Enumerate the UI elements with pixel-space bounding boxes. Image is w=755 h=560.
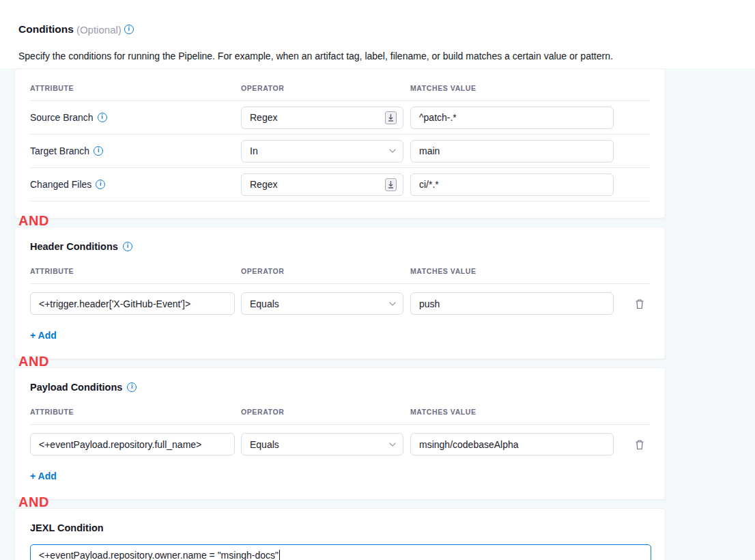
trash-icon bbox=[635, 298, 644, 309]
changed-files-label: Changed Files bbox=[30, 179, 91, 190]
operator-value: Equals bbox=[250, 298, 279, 309]
info-icon[interactable] bbox=[127, 382, 137, 392]
chevron-down-icon bbox=[388, 442, 397, 447]
chevron-down-icon bbox=[388, 148, 397, 154]
source-branch-value-input[interactable] bbox=[410, 107, 614, 129]
jexl-condition-title: JEXL Condition bbox=[30, 522, 650, 533]
fixed-input-type-icon[interactable] bbox=[385, 178, 397, 191]
page-description: Specify the conditions for running the P… bbox=[18, 51, 735, 61]
header-condition-row: Equals bbox=[30, 284, 650, 323]
payload-conditions-title-row: Payload Conditions bbox=[30, 382, 650, 393]
conditions-header-section: Conditions (Optional) Specify the condit… bbox=[0, 0, 755, 68]
column-headers: ATTRIBUTE OPERATOR MATCHES VALUE bbox=[30, 263, 650, 279]
page-title-optional: (Optional) bbox=[76, 24, 122, 36]
info-icon[interactable] bbox=[94, 146, 103, 156]
jexl-condition-card: JEXL Condition <+eventPayload.repository… bbox=[14, 508, 666, 560]
delete-row-button[interactable] bbox=[632, 296, 647, 311]
page-title-row: Conditions (Optional) bbox=[18, 23, 735, 36]
target-branch-label: Target Branch bbox=[30, 145, 89, 156]
header-conditions-card: Header Conditions ATTRIBUTE OPERATOR MAT… bbox=[14, 227, 666, 359]
operator-value: Equals bbox=[250, 439, 279, 450]
attribute-column-header: ATTRIBUTE bbox=[30, 84, 241, 92]
payload-value-input[interactable] bbox=[410, 433, 614, 456]
add-header-condition-link[interactable]: + Add bbox=[30, 330, 57, 341]
jexl-value-prefix: <+eventPayload.repository.owner.name = " bbox=[39, 550, 221, 560]
matches-value-column-header: MATCHES VALUE bbox=[410, 84, 614, 92]
condition-row-changed-files: Changed Files Regex bbox=[30, 168, 650, 201]
attribute-column-header: ATTRIBUTE bbox=[30, 408, 241, 416]
delete-row-button[interactable] bbox=[632, 437, 647, 452]
attribute-label-cell: Target Branch bbox=[30, 145, 241, 156]
payload-conditions-card: Payload Conditions ATTRIBUTE OPERATOR MA… bbox=[14, 367, 666, 500]
changed-files-value-input[interactable] bbox=[410, 173, 614, 196]
matches-value-column-header: MATCHES VALUE bbox=[410, 408, 614, 416]
matches-value-column-header: MATCHES VALUE bbox=[410, 267, 614, 275]
info-icon[interactable] bbox=[123, 242, 132, 251]
attribute-label-cell: Changed Files bbox=[30, 179, 241, 190]
operator-value: In bbox=[250, 145, 258, 156]
and-label: AND bbox=[18, 213, 49, 229]
jexl-condition-input[interactable]: <+eventPayload.repository.owner.name = "… bbox=[30, 544, 651, 560]
operator-value: Regex bbox=[250, 179, 277, 190]
add-payload-condition-link[interactable]: + Add bbox=[30, 471, 57, 481]
operator-column-header: OPERATOR bbox=[241, 267, 410, 275]
trash-icon bbox=[635, 439, 644, 450]
and-separator: AND bbox=[14, 500, 666, 508]
operator-column-header: OPERATOR bbox=[241, 408, 410, 416]
jexl-value-suffix: " bbox=[275, 550, 279, 560]
header-conditions-title-row: Header Conditions bbox=[30, 241, 650, 252]
payload-attribute-input[interactable] bbox=[30, 433, 235, 456]
attribute-column-header: ATTRIBUTE bbox=[30, 267, 241, 275]
and-label: AND bbox=[18, 354, 49, 369]
payload-operator-select[interactable]: Equals bbox=[241, 433, 403, 456]
jexl-value-flagged-word: msingh-docs bbox=[221, 550, 275, 560]
column-headers: ATTRIBUTE OPERATOR MATCHES VALUE bbox=[30, 404, 650, 420]
and-separator: AND bbox=[14, 219, 666, 227]
and-separator: AND bbox=[14, 359, 666, 367]
info-icon[interactable] bbox=[124, 25, 134, 34]
source-branch-label: Source Branch bbox=[30, 112, 94, 123]
page-title: Conditions bbox=[18, 23, 74, 36]
info-icon[interactable] bbox=[98, 113, 107, 122]
text-cursor bbox=[279, 550, 281, 560]
pipeline-conditions-card: ATTRIBUTE OPERATOR MATCHES VALUE Source … bbox=[14, 68, 666, 219]
fixed-input-type-icon[interactable] bbox=[385, 111, 397, 124]
info-icon[interactable] bbox=[96, 180, 105, 189]
operator-column-header: OPERATOR bbox=[241, 84, 410, 92]
condition-row-source-branch: Source Branch Regex bbox=[30, 101, 650, 135]
changed-files-operator-select[interactable]: Regex bbox=[241, 173, 403, 196]
target-branch-operator-select[interactable]: In bbox=[241, 140, 403, 163]
header-value-input[interactable] bbox=[410, 292, 614, 315]
header-conditions-title: Header Conditions bbox=[30, 241, 118, 252]
payload-condition-row: Equals bbox=[30, 425, 650, 464]
source-branch-operator-select[interactable]: Regex bbox=[241, 107, 403, 129]
and-label: AND bbox=[18, 494, 49, 510]
chevron-down-icon bbox=[388, 301, 397, 307]
conditions-stack: ATTRIBUTE OPERATOR MATCHES VALUE Source … bbox=[0, 68, 666, 560]
attribute-label-cell: Source Branch bbox=[30, 112, 241, 123]
payload-conditions-title: Payload Conditions bbox=[30, 382, 122, 393]
header-operator-select[interactable]: Equals bbox=[241, 292, 403, 315]
operator-value: Regex bbox=[250, 112, 277, 123]
target-branch-value-input[interactable] bbox=[410, 140, 614, 163]
condition-row-target-branch: Target Branch In bbox=[30, 135, 650, 168]
column-headers: ATTRIBUTE OPERATOR MATCHES VALUE bbox=[30, 80, 650, 96]
header-attribute-input[interactable] bbox=[30, 292, 235, 315]
